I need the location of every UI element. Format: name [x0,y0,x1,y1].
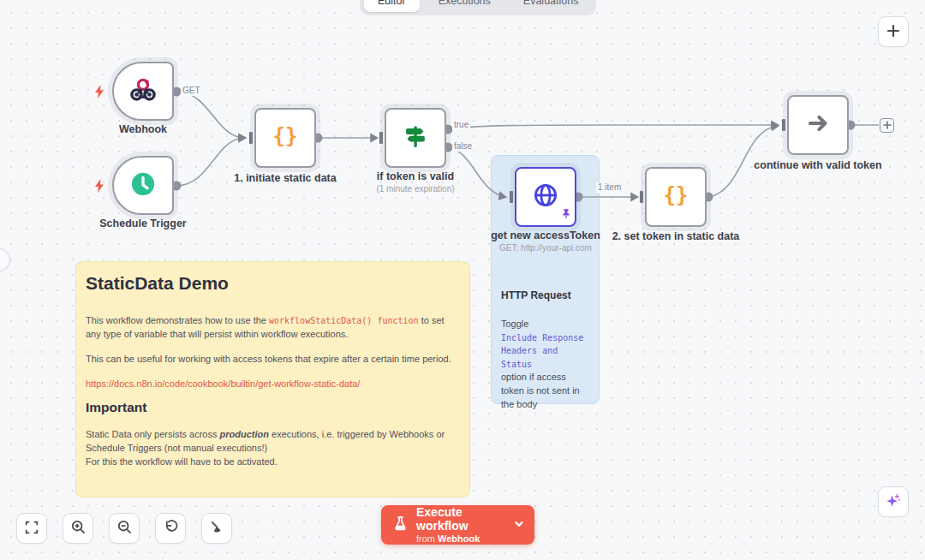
broom-icon [209,520,224,538]
plus-icon [885,22,902,42]
tab-executions[interactable]: Executions [425,0,504,12]
plus-icon [883,119,892,132]
chevron-down-icon[interactable] [514,519,524,532]
input-bar-http [510,191,513,203]
execute-subtitle-trigger: Webhook [438,533,480,544]
execute-button-text: Execute workflow from Webhook [416,505,514,545]
undo-rotate-icon [163,519,179,538]
trigger-bolt-icon-schedule [92,178,106,197]
globe-icon [530,180,561,214]
node-label-schedule-trigger: Schedule Trigger [75,217,212,229]
node-label-initiate: 1. initiate static data [217,172,354,184]
arrow-right-icon [803,109,832,141]
wire-label-true: true [452,120,470,130]
node-label-if: if token is valid [347,170,484,182]
view-tabbar: Editor Executions Evaluations [360,0,596,15]
tab-evaluations[interactable]: Evaluations [510,0,593,12]
execute-subtitle-prefix: from [416,533,438,544]
node-if-token-is-valid[interactable] [385,108,446,168]
input-bar-set [640,191,643,203]
node-label-set: 2. set token in static data [594,230,757,242]
node-label-continue: continue with valid token [741,159,895,171]
pinned-data-icon [561,207,571,223]
node-schedule-trigger[interactable] [112,156,174,215]
if-signpost-icon [401,122,430,154]
add-connected-node-button[interactable] [880,118,894,133]
tab-editor[interactable]: Editor [364,0,420,12]
zoom-out-icon [116,519,133,538]
node-subtitle-if: (1 minute expiration) [347,184,484,194]
execute-subtitle: from Webhook [416,533,514,545]
n8n-workflow-canvas[interactable]: { "colors": { "accent": "#f25c4a", "canv… [0,0,925,560]
wire-if-true-to-continue [448,125,778,129]
zoom-in-icon [70,519,87,538]
webhook-icon [128,74,158,109]
svg-text:{}: {} [664,183,689,207]
add-node-button[interactable] [878,16,909,47]
node-initiate-static-data[interactable]: {} [254,108,316,168]
wire-label-get: GET [181,86,202,96]
ai-assistant-button[interactable] [878,486,909,517]
node-label-webhook: Webhook [83,123,203,135]
code-braces-icon: {} [269,123,301,152]
input-bar-if [379,132,383,144]
flask-icon [393,515,408,534]
zoom-in-button[interactable] [63,513,93,544]
trigger-bolt-icon-webhook [92,84,106,103]
execute-workflow-button[interactable]: Execute workflow from Webhook [381,505,534,545]
zoom-to-fit-button[interactable] [16,513,47,544]
code-braces-icon: {} [659,182,692,211]
tidy-up-button[interactable] [201,513,232,544]
node-subtitle-http: GET: http://your-api.com [477,243,614,253]
wire-label-1-item: 1 item [596,182,623,193]
wire-label-false: false [452,141,474,152]
execute-title: Execute workflow [416,505,514,533]
svg-text:{}: {} [273,124,298,148]
fit-view-icon [24,520,39,538]
zoom-out-button[interactable] [109,513,140,544]
node-label-http: get new accessToken [477,229,614,241]
node-get-new-accesstoken[interactable] [515,167,576,227]
clock-icon [128,169,158,203]
node-set-token-static-data[interactable]: {} [645,167,707,227]
reset-zoom-button[interactable] [155,513,186,544]
node-webhook[interactable] [112,62,174,121]
sparkles-icon [884,491,903,513]
input-bar-continue [782,119,785,131]
input-bar-initiate [249,132,253,144]
node-continue-valid-token[interactable] [787,95,849,155]
